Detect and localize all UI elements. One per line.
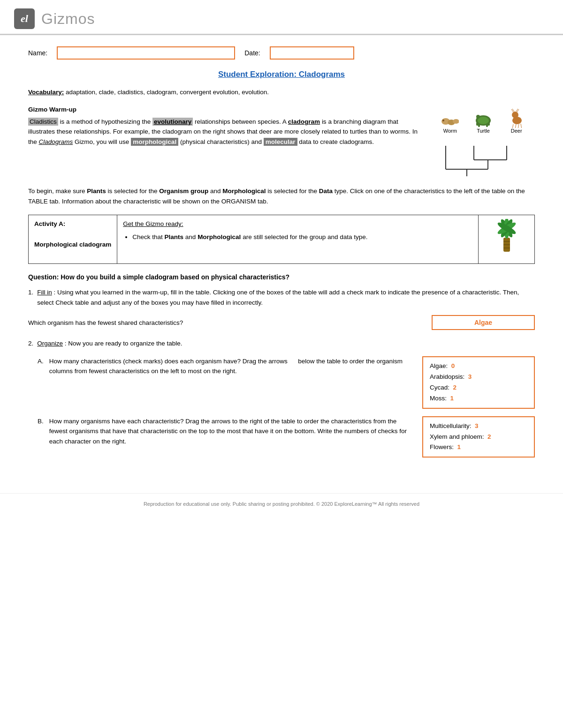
svg-line-21 bbox=[521, 124, 522, 128]
activity-a-image-cell bbox=[479, 215, 535, 264]
warmup-text2: relationships between species. A bbox=[195, 118, 288, 125]
warmup-heading: Gizmo Warm-up bbox=[28, 105, 422, 115]
cladograms-italic: Cladograms bbox=[39, 138, 73, 145]
sub-item-a: A. How many characteristics (check marks… bbox=[38, 356, 535, 409]
name-date-row: Name: Date: bbox=[28, 46, 535, 60]
flowers-answer: Flowers: 1 bbox=[430, 442, 527, 453]
activity-a-bullet: Check that Plants and Morphological are … bbox=[132, 232, 472, 242]
question-heading: Question: How do you build a simple clad… bbox=[28, 273, 535, 281]
header: el Gizmos bbox=[0, 0, 563, 35]
plant-icon bbox=[486, 219, 528, 256]
sub-b-answer-box: Multicellularity: 3 Xylem and phloem: 2 … bbox=[422, 416, 535, 458]
multicellularity-answer: Multicellularity: 3 bbox=[430, 421, 527, 432]
logo-box: el bbox=[14, 8, 35, 29]
phylo-tree-svg bbox=[436, 136, 530, 179]
svg-point-13 bbox=[512, 112, 518, 118]
moss-answer: Moss: 1 bbox=[430, 393, 527, 404]
logo-icon: el bbox=[21, 13, 28, 25]
sub-a-content: How many characteristics (check marks) d… bbox=[49, 356, 417, 409]
cladogram-image: Worm Turtle bbox=[432, 105, 535, 179]
activity-a-content: Get the Gizmo ready: Check that Plants a… bbox=[117, 215, 479, 264]
sub-b-content: How many organisms have each characteris… bbox=[49, 416, 417, 458]
warmup-text4: Gizmo, you will use bbox=[75, 138, 131, 145]
warmup-text-block: Gizmo Warm-up Cladistics is a method of … bbox=[28, 105, 422, 179]
algae-answer: Algae: 0 bbox=[430, 361, 527, 372]
sub-items: A. How many characteristics (check marks… bbox=[38, 356, 535, 458]
main-content: Name: Date: Student Exploration: Cladogr… bbox=[0, 35, 563, 479]
sub-item-b: B. How many organisms have each characte… bbox=[38, 416, 535, 458]
intro-paragraph: To begin, make sure Plants is selected f… bbox=[28, 186, 535, 206]
item-2: 2. Organize : Now you are ready to organ… bbox=[28, 338, 535, 349]
item-2-number: 2. bbox=[28, 338, 33, 349]
svg-rect-11 bbox=[486, 124, 488, 127]
vocabulary-line: Vocabulary: adaptation, clade, cladistic… bbox=[28, 88, 535, 97]
worm-label: Worm bbox=[443, 128, 457, 134]
brand-name: Gizmos bbox=[41, 10, 95, 28]
vocabulary-text: adaptation, clade, cladistics, cladogram… bbox=[66, 89, 269, 96]
svg-rect-10 bbox=[478, 124, 480, 127]
svg-line-20 bbox=[518, 124, 519, 128]
turtle-label: Turtle bbox=[477, 128, 490, 134]
warmup-text1: is a method of hypothesizing the bbox=[60, 118, 152, 125]
warmup-text6: data to create cladograms. bbox=[299, 138, 374, 145]
worm-icon bbox=[441, 115, 459, 128]
fill-in-label: Fill in bbox=[37, 289, 52, 296]
vocabulary-label: Vocabulary: bbox=[28, 89, 64, 96]
footer-text: Reproduction for educational use only. P… bbox=[144, 501, 419, 507]
sub-a-answer-box: Algae: 0 Arabidopsis: 3 Cycad: 2 Moss: 1 bbox=[422, 356, 535, 409]
activity-a-label: Activity A: Morphological cladogram bbox=[29, 215, 117, 264]
footer: Reproduction for educational use only. P… bbox=[0, 493, 563, 511]
gizmo-ready-label: Get the Gizmo ready: bbox=[123, 220, 183, 227]
cladogram-term: cladogram bbox=[288, 118, 320, 125]
cladistics-highlight: Cladistics bbox=[28, 118, 58, 126]
document-title: Student Exploration: Cladograms bbox=[28, 70, 535, 79]
organize-label: Organize bbox=[37, 340, 63, 347]
item-2-content: Organize : Now you are ready to organize… bbox=[37, 338, 535, 349]
sub-b-label: B. bbox=[38, 416, 44, 458]
item-2-text: : Now you are ready to organize the tabl… bbox=[65, 340, 183, 347]
item-1-text: : Using what you learned in the warm-up,… bbox=[37, 289, 519, 306]
warmup-text5: (physical characteristics) and bbox=[180, 138, 264, 145]
svg-point-3 bbox=[442, 120, 444, 121]
item-1-number: 1. bbox=[28, 287, 33, 308]
cycad-answer: Cycad: 2 bbox=[430, 383, 527, 393]
item-1: 1. Fill in : Using what you learned in t… bbox=[28, 287, 535, 308]
answer-question-text: Which organism has the fewest shared cha… bbox=[28, 319, 424, 326]
morphological-highlight: morphological bbox=[131, 138, 178, 146]
evolutionary-highlight: evolutionary bbox=[152, 118, 193, 126]
item-1-content: Fill in : Using what you learned in the … bbox=[37, 287, 535, 308]
answer-row: Which organism has the fewest shared cha… bbox=[28, 315, 535, 330]
warmup-paragraph: Cladistics is a method of hypothesizing … bbox=[28, 117, 422, 147]
xylem-answer: Xylem and phloem: 2 bbox=[430, 432, 527, 443]
sub-a-label: A. bbox=[38, 356, 44, 409]
deer-icon bbox=[508, 108, 525, 128]
molecular-highlight: molecular bbox=[264, 138, 297, 146]
activity-table: Activity A: Morphological cladogram Get … bbox=[28, 215, 535, 264]
name-input[interactable] bbox=[57, 46, 235, 60]
date-label: Date: bbox=[244, 49, 260, 57]
svg-line-19 bbox=[515, 124, 516, 128]
warmup-section: Gizmo Warm-up Cladistics is a method of … bbox=[28, 105, 535, 179]
arabidopsis-answer: Arabidopsis: 3 bbox=[430, 372, 527, 383]
svg-line-18 bbox=[512, 124, 513, 128]
svg-point-12 bbox=[512, 117, 522, 124]
name-label: Name: bbox=[28, 49, 47, 57]
date-input[interactable] bbox=[270, 46, 354, 60]
turtle-icon bbox=[473, 112, 493, 128]
deer-label: Deer bbox=[511, 128, 522, 134]
algae-answer-box: Algae bbox=[432, 315, 535, 330]
